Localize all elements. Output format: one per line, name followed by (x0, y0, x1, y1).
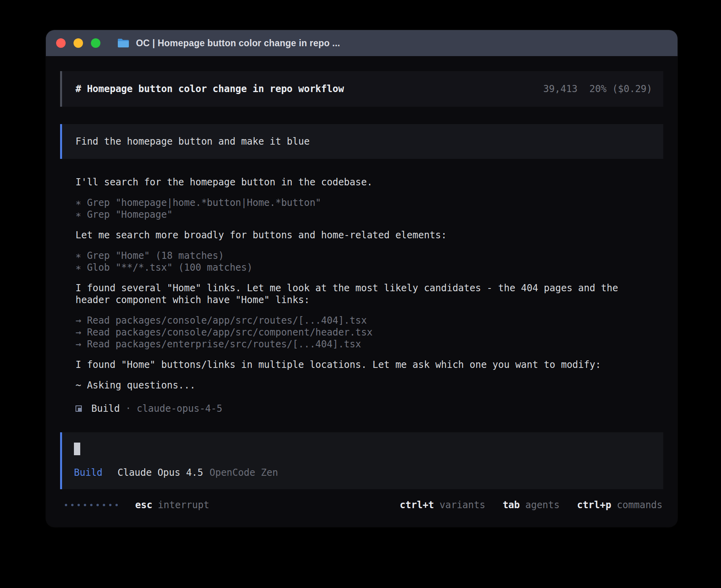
status-dot (90, 504, 92, 506)
tool-call-line: ∗ Grep "Home" (18 matches) (75, 250, 632, 262)
assistant-transcript: I'll search for the homepage button in t… (60, 176, 663, 391)
status-dot (77, 504, 80, 506)
status-dot (71, 504, 74, 506)
folder-icon (117, 38, 130, 48)
interrupt-key: esc (135, 499, 152, 511)
mode-label[interactable]: Build (74, 467, 102, 478)
assistant-text-line: I found several "Home" links. Let me loo… (75, 282, 632, 306)
tool-call-line: → Read packages/console/app/src/componen… (75, 326, 632, 338)
tool-call-line: ∗ Glob "**/*.tsx" (100 matches) (75, 262, 632, 273)
prompt-input[interactable]: Build Claude Opus 4.5 OpenCode Zen (60, 432, 663, 489)
agent-model: claude-opus-4-5 (137, 403, 223, 414)
assistant-text-line: Let me search more broadly for buttons a… (75, 229, 632, 241)
statusbar: esc interrupt ctrl+t variants tab agents… (60, 499, 663, 511)
agent-separator: · (125, 403, 131, 414)
tool-call-line: ∗ Grep "homepage|home.*button|Home.*butt… (75, 197, 632, 209)
agent-name: Build (91, 403, 120, 414)
transcript-gap (75, 350, 632, 359)
terminal-content: # Homepage button color change in repo w… (46, 56, 678, 527)
tool-call-line: ∗ Grep "Homepage" (75, 209, 632, 220)
status-dot (84, 504, 86, 506)
status-dot (96, 504, 99, 506)
status-dot (65, 504, 67, 506)
transcript-gap (75, 220, 632, 229)
session-header: # Homepage button color change in repo w… (60, 71, 663, 107)
input-meta: Build Claude Opus 4.5 OpenCode Zen (74, 467, 651, 478)
agent-status-line: Build · claude-opus-4-5 (60, 403, 663, 414)
zoom-button[interactable] (91, 38, 100, 48)
shortcut-key: ctrl+t (400, 499, 434, 511)
transcript-gap (75, 273, 632, 282)
assistant-text-line: I found "Home" buttons/links in multiple… (75, 359, 632, 371)
tool-call-line: → Read packages/enterprise/src/routes/[.… (75, 338, 632, 350)
shortcut-key: ctrl+p (577, 499, 612, 511)
token-count: 39,413 (543, 83, 578, 94)
shortcut-key: tab (503, 499, 520, 511)
tool-call-line: → Read packages/console/app/src/routes/[… (75, 315, 632, 326)
transcript-gap (75, 306, 632, 315)
context-usage: 20% ($0.29) (589, 83, 652, 94)
user-message-text: Find the homepage button and make it blu… (75, 136, 310, 147)
shortcut-variants: ctrl+t variants (400, 499, 485, 511)
assistant-text-line: ~ Asking questions... (75, 379, 632, 391)
model-label[interactable]: Claude Opus 4.5 (117, 467, 203, 478)
close-button[interactable] (56, 38, 66, 48)
window-title: OC | Homepage button color change in rep… (136, 38, 340, 49)
session-title: # Homepage button color change in repo w… (75, 83, 344, 94)
transcript-gap (75, 188, 632, 197)
titlebar[interactable]: OC | Homepage button color change in rep… (46, 30, 678, 56)
status-dot (115, 504, 118, 506)
agent-icon (75, 405, 82, 412)
assistant-text-line: I'll search for the homepage button in t… (75, 176, 632, 188)
text-cursor (74, 443, 80, 455)
shortcut-label: variants (440, 499, 485, 511)
status-dot (109, 504, 111, 506)
minimize-button[interactable] (74, 38, 83, 48)
interrupt-label: interrupt (158, 499, 209, 511)
progress-dots-icon (65, 504, 118, 506)
traffic-lights (56, 38, 100, 48)
shortcut-label: commands (617, 499, 662, 511)
terminal-window: OC | Homepage button color change in rep… (46, 30, 678, 527)
shortcut-label: agents (525, 499, 560, 511)
user-message: Find the homepage button and make it blu… (60, 124, 663, 159)
transcript-gap (75, 241, 632, 250)
shortcut-commands: ctrl+p commands (577, 499, 662, 511)
shortcut-agents: tab agents (503, 499, 560, 511)
transcript-gap (75, 371, 632, 379)
status-dot (103, 504, 105, 506)
provider-label: OpenCode Zen (210, 467, 278, 478)
session-stats: 39,413 20% ($0.29) (543, 83, 652, 94)
